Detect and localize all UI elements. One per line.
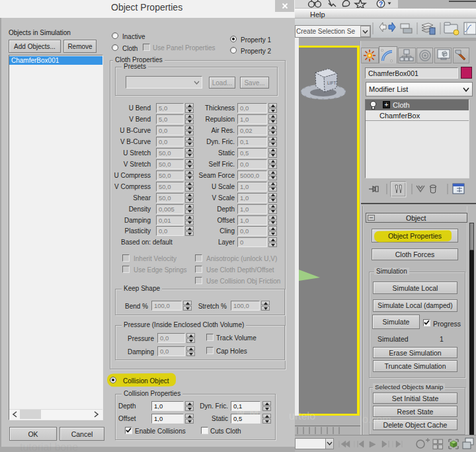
svg-text:LIFT: LIFT <box>327 81 336 85</box>
svg-text:?: ? <box>379 1 383 8</box>
